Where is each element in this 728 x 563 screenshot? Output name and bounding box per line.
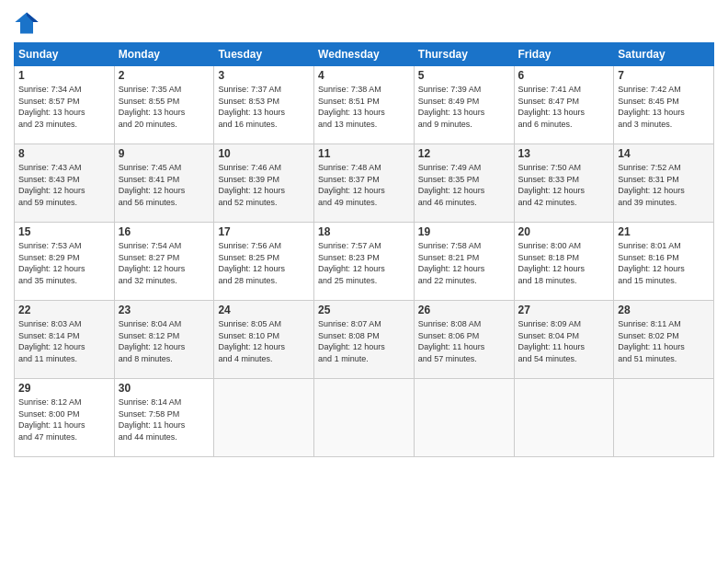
col-tuesday: Tuesday: [214, 43, 314, 66]
table-cell: 5Sunrise: 7:39 AM Sunset: 8:49 PM Daylig…: [414, 66, 514, 144]
table-cell: 11Sunrise: 7:48 AM Sunset: 8:37 PM Dayli…: [314, 144, 415, 223]
day-number: 19: [418, 225, 510, 238]
table-cell: 21Sunrise: 8:01 AM Sunset: 8:16 PM Dayli…: [614, 223, 714, 301]
day-number: 15: [18, 225, 110, 238]
day-info: Sunrise: 7:41 AM Sunset: 8:47 PM Dayligh…: [518, 84, 610, 130]
table-cell: [614, 379, 714, 457]
table-cell: 16Sunrise: 7:54 AM Sunset: 8:27 PM Dayli…: [114, 223, 214, 301]
day-info: Sunrise: 7:57 AM Sunset: 8:23 PM Dayligh…: [318, 240, 410, 286]
day-number: 14: [618, 147, 710, 160]
day-number: 16: [119, 225, 210, 238]
day-info: Sunrise: 7:43 AM Sunset: 8:43 PM Dayligh…: [18, 162, 110, 208]
table-cell: 24Sunrise: 8:05 AM Sunset: 8:10 PM Dayli…: [214, 301, 314, 379]
day-info: Sunrise: 7:42 AM Sunset: 8:45 PM Dayligh…: [618, 84, 710, 130]
table-cell: [314, 379, 415, 457]
day-info: Sunrise: 8:12 AM Sunset: 8:00 PM Dayligh…: [18, 396, 110, 442]
day-number: 24: [218, 304, 310, 316]
day-info: Sunrise: 7:34 AM Sunset: 8:57 PM Dayligh…: [18, 84, 110, 130]
day-number: 23: [119, 304, 210, 316]
table-cell: 15Sunrise: 7:53 AM Sunset: 8:29 PM Dayli…: [15, 223, 115, 301]
day-number: 4: [318, 69, 410, 82]
day-info: Sunrise: 8:07 AM Sunset: 8:08 PM Dayligh…: [318, 318, 410, 364]
table-cell: 23Sunrise: 8:04 AM Sunset: 8:12 PM Dayli…: [114, 301, 214, 379]
day-info: Sunrise: 7:54 AM Sunset: 8:27 PM Dayligh…: [119, 240, 210, 286]
day-info: Sunrise: 7:52 AM Sunset: 8:31 PM Dayligh…: [618, 162, 710, 208]
day-number: 27: [518, 304, 610, 316]
table-cell: 3Sunrise: 7:37 AM Sunset: 8:53 PM Daylig…: [214, 66, 314, 144]
calendar-row: 22Sunrise: 8:03 AM Sunset: 8:14 PM Dayli…: [15, 301, 714, 379]
day-number: 29: [18, 382, 110, 395]
day-info: Sunrise: 8:14 AM Sunset: 7:58 PM Dayligh…: [119, 396, 210, 442]
table-cell: 26Sunrise: 8:08 AM Sunset: 8:06 PM Dayli…: [414, 301, 514, 379]
table-cell: 1Sunrise: 7:34 AM Sunset: 8:57 PM Daylig…: [15, 66, 115, 144]
col-monday: Monday: [114, 43, 214, 66]
day-number: 13: [518, 147, 610, 160]
table-cell: 13Sunrise: 7:50 AM Sunset: 8:33 PM Dayli…: [514, 144, 614, 223]
day-number: 10: [218, 147, 310, 160]
day-number: 11: [318, 147, 410, 160]
table-cell: 9Sunrise: 7:45 AM Sunset: 8:41 PM Daylig…: [114, 144, 214, 223]
table-cell: 8Sunrise: 7:43 AM Sunset: 8:43 PM Daylig…: [15, 144, 115, 223]
day-info: Sunrise: 7:58 AM Sunset: 8:21 PM Dayligh…: [418, 240, 510, 286]
table-cell: 28Sunrise: 8:11 AM Sunset: 8:02 PM Dayli…: [614, 301, 714, 379]
table-cell: 4Sunrise: 7:38 AM Sunset: 8:51 PM Daylig…: [314, 66, 415, 144]
day-number: 18: [318, 225, 410, 238]
calendar-row: 29Sunrise: 8:12 AM Sunset: 8:00 PM Dayli…: [15, 379, 714, 457]
day-number: 3: [218, 69, 310, 82]
table-cell: 22Sunrise: 8:03 AM Sunset: 8:14 PM Dayli…: [15, 301, 115, 379]
day-number: 7: [618, 69, 710, 82]
header-row: Sunday Monday Tuesday Wednesday Thursday…: [15, 43, 714, 66]
day-number: 30: [119, 382, 210, 395]
day-info: Sunrise: 7:38 AM Sunset: 8:51 PM Dayligh…: [318, 84, 410, 130]
col-saturday: Saturday: [614, 43, 714, 66]
day-number: 26: [418, 304, 510, 316]
day-info: Sunrise: 7:50 AM Sunset: 8:33 PM Dayligh…: [518, 162, 610, 208]
table-cell: 17Sunrise: 7:56 AM Sunset: 8:25 PM Dayli…: [214, 223, 314, 301]
day-info: Sunrise: 7:35 AM Sunset: 8:55 PM Dayligh…: [119, 84, 210, 130]
calendar-row: 1Sunrise: 7:34 AM Sunset: 8:57 PM Daylig…: [15, 66, 714, 144]
day-info: Sunrise: 7:48 AM Sunset: 8:37 PM Dayligh…: [318, 162, 410, 208]
calendar-row: 8Sunrise: 7:43 AM Sunset: 8:43 PM Daylig…: [15, 144, 714, 223]
table-cell: 20Sunrise: 8:00 AM Sunset: 8:18 PM Dayli…: [514, 223, 614, 301]
day-number: 2: [119, 69, 210, 82]
col-sunday: Sunday: [15, 43, 115, 66]
day-info: Sunrise: 7:49 AM Sunset: 8:35 PM Dayligh…: [418, 162, 510, 208]
table-cell: 6Sunrise: 7:41 AM Sunset: 8:47 PM Daylig…: [514, 66, 614, 144]
day-info: Sunrise: 8:09 AM Sunset: 8:04 PM Dayligh…: [518, 318, 610, 364]
table-cell: 7Sunrise: 7:42 AM Sunset: 8:45 PM Daylig…: [614, 66, 714, 144]
day-number: 22: [18, 304, 110, 316]
day-info: Sunrise: 7:45 AM Sunset: 8:41 PM Dayligh…: [119, 162, 210, 208]
day-info: Sunrise: 8:08 AM Sunset: 8:06 PM Dayligh…: [418, 318, 510, 364]
table-cell: 19Sunrise: 7:58 AM Sunset: 8:21 PM Dayli…: [414, 223, 514, 301]
day-number: 25: [318, 304, 410, 316]
day-info: Sunrise: 8:11 AM Sunset: 8:02 PM Dayligh…: [618, 318, 710, 364]
day-info: Sunrise: 7:53 AM Sunset: 8:29 PM Dayligh…: [18, 240, 110, 286]
day-info: Sunrise: 8:01 AM Sunset: 8:16 PM Dayligh…: [618, 240, 710, 286]
table-cell: [214, 379, 314, 457]
day-number: 21: [618, 225, 710, 238]
table-cell: 29Sunrise: 8:12 AM Sunset: 8:00 PM Dayli…: [15, 379, 115, 457]
day-number: 28: [618, 304, 710, 316]
day-info: Sunrise: 8:03 AM Sunset: 8:14 PM Dayligh…: [18, 318, 110, 364]
day-number: 12: [418, 147, 510, 160]
table-cell: 10Sunrise: 7:46 AM Sunset: 8:39 PM Dayli…: [214, 144, 314, 223]
day-info: Sunrise: 7:56 AM Sunset: 8:25 PM Dayligh…: [218, 240, 310, 286]
col-thursday: Thursday: [414, 43, 514, 66]
day-number: 1: [18, 69, 110, 82]
page: Sunday Monday Tuesday Wednesday Thursday…: [0, 0, 728, 563]
table-cell: 18Sunrise: 7:57 AM Sunset: 8:23 PM Dayli…: [314, 223, 415, 301]
calendar-table: Sunday Monday Tuesday Wednesday Thursday…: [14, 42, 714, 457]
table-cell: [414, 379, 514, 457]
table-cell: 27Sunrise: 8:09 AM Sunset: 8:04 PM Dayli…: [514, 301, 614, 379]
table-cell: [514, 379, 614, 457]
day-number: 6: [518, 69, 610, 82]
day-number: 9: [119, 147, 210, 160]
day-number: 17: [218, 225, 310, 238]
day-info: Sunrise: 8:05 AM Sunset: 8:10 PM Dayligh…: [218, 318, 310, 364]
day-info: Sunrise: 7:37 AM Sunset: 8:53 PM Dayligh…: [218, 84, 310, 130]
table-cell: 30Sunrise: 8:14 AM Sunset: 7:58 PM Dayli…: [114, 379, 214, 457]
day-info: Sunrise: 7:39 AM Sunset: 8:49 PM Dayligh…: [418, 84, 510, 130]
table-cell: 14Sunrise: 7:52 AM Sunset: 8:31 PM Dayli…: [614, 144, 714, 223]
header: [14, 9, 714, 35]
day-info: Sunrise: 8:00 AM Sunset: 8:18 PM Dayligh…: [518, 240, 610, 286]
